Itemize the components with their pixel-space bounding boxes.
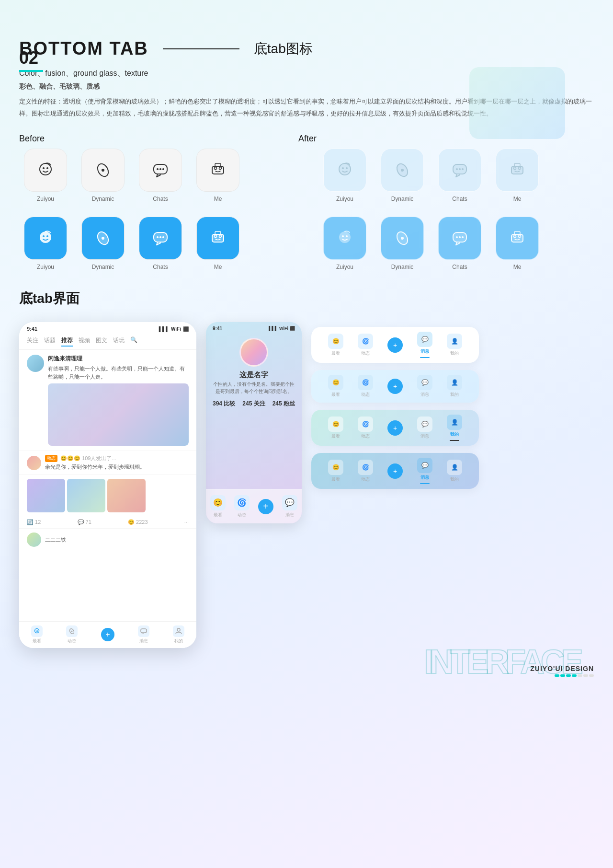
tvar3-icon-dynamic: 🌀 xyxy=(358,417,373,432)
tvar2-label-zuiyou: 最看 xyxy=(331,392,340,398)
label-zuiyou-before-2: Zuiyou xyxy=(37,264,54,270)
svg-point-14 xyxy=(342,167,344,169)
phone-nav-tabs[interactable]: 关注 话题 推荐 视频 图文 话玩 🔍 xyxy=(19,334,196,350)
svg-point-58 xyxy=(177,628,180,631)
brand-dot-5 xyxy=(578,674,582,677)
tab-graphic[interactable]: 图文 xyxy=(96,336,107,347)
brand-dot-7 xyxy=(589,674,594,677)
icon-box-dynamic-after xyxy=(381,149,424,192)
tvar1-zuiyou: 😊 最看 xyxy=(324,334,348,357)
brand-dots xyxy=(530,674,594,677)
phone2-nav-dynamic[interactable]: 🌀 动态 xyxy=(230,495,254,518)
phone-large[interactable]: 9:41 ▌▌▌ WiFi ⬛ 关注 话题 推荐 视频 图文 xyxy=(19,322,196,648)
tab-recommend[interactable]: 推荐 xyxy=(61,336,73,347)
svg-point-8 xyxy=(162,168,164,170)
tvar4-icon-add: + xyxy=(387,463,403,479)
nav-dynamic[interactable]: 动态 xyxy=(66,625,78,644)
nav-label-messages: 消息 xyxy=(139,638,148,644)
tvar2-label-dynamic: 动态 xyxy=(361,392,370,398)
phone2-nav-label-zuiyou: 最看 xyxy=(214,512,222,518)
dynamic-glassblue-icon xyxy=(392,228,413,249)
nav-icon-add[interactable]: + xyxy=(101,628,114,641)
tab-var-4: 😊 最看 🌀 动态 + 💬 消息 xyxy=(311,453,479,489)
tab-follow[interactable]: 关注 xyxy=(27,336,38,347)
tvar1-icon-zuiyou: 😊 xyxy=(328,334,343,349)
phone2-nav-messages[interactable]: 💬 消息 xyxy=(278,495,302,518)
icon-item-zuiyou-blue: Zuiyou xyxy=(19,217,72,270)
nav-add[interactable]: + xyxy=(101,628,114,642)
icon-item-me-blue: Me xyxy=(192,217,244,270)
brand-dot-2 xyxy=(560,674,565,677)
svg-point-43 xyxy=(401,237,404,240)
tvar4-add: + xyxy=(383,463,407,479)
svg-point-41 xyxy=(346,235,348,237)
post2-tag: 动态 xyxy=(45,455,57,462)
phone2-battery: ⬛ xyxy=(290,326,295,331)
phone-medium[interactable]: 9:41 ▌▌▌ WiFi ⬛ 这是名字 个性的人，没有个性是名。我要把个性是哥… xyxy=(206,322,302,523)
phone2-nav-icon-add[interactable]: + xyxy=(258,499,273,514)
phone2-bottom-nav: 😊 最看 🌀 动态 + 💬 消息 xyxy=(206,489,302,523)
svg-point-20 xyxy=(459,168,461,170)
nav-zuiyou[interactable]: 最看 xyxy=(31,625,43,644)
phone2-nav-add[interactable]: + xyxy=(254,499,278,514)
icon-box-chats-blue xyxy=(139,217,182,260)
tvar4-icon-dynamic: 🌀 xyxy=(358,460,373,475)
page-number: 02 xyxy=(19,48,43,72)
nav-me[interactable]: 我的 xyxy=(173,625,184,644)
tvar2-icon-msg: 💬 xyxy=(417,375,432,390)
bottom-spacer xyxy=(0,648,613,686)
phone2-nav-zuiyou[interactable]: 😊 最看 xyxy=(206,495,230,518)
tvar1-label-me: 我的 xyxy=(450,350,459,357)
icon-box-dynamic-blue xyxy=(81,217,125,260)
phone-post-2: 动态 😊😊😊 109人发出了... 余光是你，爱到你竹米年，爱到步瑶琪瑚。 xyxy=(19,451,196,475)
phone-time: 9:41 xyxy=(27,326,37,332)
tvar3-label-me: 我的 xyxy=(450,431,459,438)
label-dynamic-after-2: Dynamic xyxy=(391,264,414,270)
svg-point-17 xyxy=(401,169,404,172)
phone-medium-inner: 9:41 ▌▌▌ WiFi ⬛ 这是名字 个性的人，没有个性是名。我要把个性是哥… xyxy=(206,322,302,523)
tab-var-2: 😊 最看 🌀 动态 + 💬 消息 👤 xyxy=(311,370,479,403)
tvar3-active-bar xyxy=(450,440,459,441)
icon-item-chats-before: Chats xyxy=(134,149,187,202)
svg-point-11 xyxy=(219,167,222,170)
tab-search[interactable]: 🔍 xyxy=(130,336,137,347)
tvar1-msg: 💬 消息 xyxy=(413,332,437,358)
tvar1-label-zuiyou: 最看 xyxy=(331,350,340,357)
nav-messages[interactable]: 消息 xyxy=(138,625,149,644)
tvar3-zuiyou: 😊 最看 xyxy=(324,417,348,440)
signal-icon: ▌▌▌ xyxy=(159,326,169,332)
label-me-before-1: Me xyxy=(214,196,222,202)
zuiyou-glass-icon xyxy=(334,160,355,181)
brand-dot-3 xyxy=(566,674,571,677)
svg-point-56 xyxy=(71,631,72,632)
tvar3-icon-zuiyou: 😊 xyxy=(328,417,343,432)
stat-comment: 💬 71 xyxy=(78,519,91,525)
svg-point-6 xyxy=(157,168,159,170)
brand-dot-4 xyxy=(572,674,577,677)
icon-box-chats-glassblue xyxy=(438,217,481,260)
tvar4-label-me: 我的 xyxy=(450,476,459,483)
brand-dot-6 xyxy=(583,674,588,677)
tab-video[interactable]: 视频 xyxy=(79,336,90,347)
tvar4-icon-zuiyou: 😊 xyxy=(328,460,343,475)
tvar4-me: 👤 我的 xyxy=(443,460,466,483)
phone-status-bar: 9:41 ▌▌▌ WiFi ⬛ xyxy=(19,322,196,334)
nav-label-me: 我的 xyxy=(174,638,183,644)
icon-section-row1: Zuiyou Dynamic xyxy=(19,149,594,270)
tvar3-add: + xyxy=(383,420,407,436)
tvar4-active-bar xyxy=(420,483,430,484)
zuiyou-outline-icon xyxy=(35,160,56,181)
tab-topic[interactable]: 话题 xyxy=(44,336,56,347)
stat-like: 😊 2223 xyxy=(128,519,148,525)
after-label: After xyxy=(298,134,317,144)
phone2-status-icons: ▌▌▌ WiFi ⬛ xyxy=(269,326,295,331)
tvar3-msg: 💬 消息 xyxy=(413,417,437,440)
svg-point-15 xyxy=(346,167,348,169)
tab-play[interactable]: 话玩 xyxy=(113,336,125,347)
svg-point-19 xyxy=(456,168,458,170)
nav-dynamic-svg xyxy=(68,627,76,635)
svg-point-4 xyxy=(102,169,104,172)
tvar3-icon-me: 👤 xyxy=(447,415,462,430)
stat-share: 🔄 12 xyxy=(27,519,41,525)
post2-text: 余光是你，爱到你竹米年，爱到步瑶琪瑚。 xyxy=(45,463,189,471)
